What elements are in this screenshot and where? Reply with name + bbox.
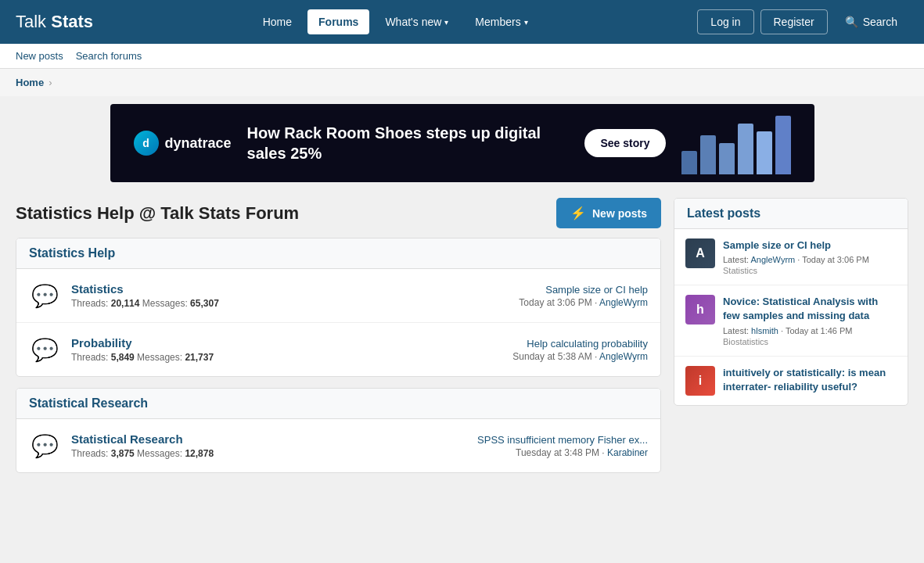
forum-name-statistical-research[interactable]: Statistical Research: [71, 432, 183, 446]
ad-banner[interactable]: d dynatrace How Rack Room Shoes steps up…: [110, 104, 814, 182]
chat-bubble-icon-3: 💬: [31, 433, 59, 459]
site-header: Talk Stats Home Forums What's new ▾ Memb…: [0, 0, 924, 44]
logo-stats: Stats: [51, 12, 93, 31]
page-title: Statistics Help @ Talk Stats Forum: [16, 203, 299, 224]
forum-stats-statistical-research: Threads: 3,875 Messages: 12,878: [71, 448, 466, 459]
forum-icon-statistical-research: 💬: [29, 430, 60, 461]
nav-forums[interactable]: Forums: [307, 9, 369, 34]
forum-icon-statistics: 💬: [29, 280, 60, 311]
forum-section-statistics-help: Statistics Help 💬 Statistics Threads: 20…: [16, 238, 661, 377]
latest-thread-probability[interactable]: Help calculating probability: [527, 338, 648, 350]
dynatrace-logo-icon: d: [134, 131, 159, 156]
whats-new-chevron-icon: ▾: [444, 18, 448, 27]
forum-info-statistics: Statistics Threads: 20,114 Messages: 65,…: [71, 282, 480, 309]
ad-text: How Rack Room Shoes steps up digital sal…: [247, 123, 570, 163]
avatar-3: i: [685, 366, 715, 396]
forum-row-probability: 💬 Probability Threads: 5,849 Messages: 2…: [16, 323, 660, 376]
nav-whats-new[interactable]: What's new ▾: [374, 9, 459, 34]
subnav-search-forums[interactable]: Search forums: [76, 50, 142, 62]
post-thread-link-2[interactable]: Novice: Statistical Analysis with few sa…: [723, 296, 878, 321]
lightning-icon: ⚡: [570, 206, 586, 221]
forum-icon-probability: 💬: [29, 334, 60, 365]
latest-user-statistics[interactable]: AngleWyrm: [599, 297, 648, 308]
post-category-1: Statistics: [723, 266, 869, 275]
logo-talk: Talk: [16, 12, 46, 31]
latest-post-item-1: A Sample size or CI help Latest: AngleWy…: [674, 229, 908, 285]
breadcrumb-separator: ›: [49, 77, 52, 88]
subnav-new-posts[interactable]: New posts: [16, 50, 63, 62]
page-title-row: Statistics Help @ Talk Stats Forum ⚡ New…: [16, 198, 661, 228]
search-button[interactable]: 🔍 Search: [834, 10, 908, 34]
latest-thread-statistical-research[interactable]: SPSS insufficient memory Fisher ex...: [477, 434, 648, 446]
forum-latest-probability: Help calculating probability Sunday at 5…: [491, 337, 648, 362]
post-meta-1: Latest: AngleWyrm · Today at 3:06 PM: [723, 255, 869, 264]
forum-stats-statistics: Threads: 20,114 Messages: 65,307: [71, 298, 480, 309]
right-panel: Latest posts A Sample size or CI help La…: [674, 198, 908, 484]
latest-meta-statistics: Today at 3:06 PM · AngleWyrm: [491, 297, 648, 308]
site-logo: Talk Stats: [16, 12, 93, 32]
section-title-statistics-help: Statistics Help: [29, 246, 115, 260]
forum-row-statistical-research: 💬 Statistical Research Threads: 3,875 Me…: [16, 419, 660, 472]
avatar-1: A: [685, 238, 715, 268]
members-chevron-icon: ▾: [524, 18, 528, 27]
chat-bubble-icon-2: 💬: [31, 337, 59, 363]
search-icon: 🔍: [845, 16, 858, 28]
ad-graphic: [681, 112, 791, 174]
forum-info-probability: Probability Threads: 5,849 Messages: 21,…: [71, 336, 480, 363]
post-user-2[interactable]: hlsmith: [751, 326, 778, 335]
breadcrumb-home[interactable]: Home: [16, 77, 44, 88]
main-content: Statistics Help @ Talk Stats Forum ⚡ New…: [0, 190, 924, 492]
forum-stats-probability: Threads: 5,849 Messages: 21,737: [71, 352, 480, 363]
latest-posts-panel: Latest posts A Sample size or CI help La…: [674, 198, 908, 406]
latest-meta-statistical-research: Tuesday at 3:48 PM · Karabiner: [477, 447, 648, 458]
latest-meta-probability: Sunday at 5:38 AM · AngleWyrm: [491, 351, 648, 362]
forum-name-statistics[interactable]: Statistics: [71, 282, 124, 296]
ad-cta-button[interactable]: See story: [584, 129, 665, 157]
section-header-statistical-research: Statistical Research: [16, 389, 660, 419]
post-meta-2: Latest: hlsmith · Today at 1:46 PM: [723, 326, 897, 335]
ad-headline: How Rack Room Shoes steps up digital sal…: [247, 123, 570, 163]
forum-latest-statistics: Sample size or CI help Today at 3:06 PM …: [491, 283, 648, 308]
post-category-2: Biostatistics: [723, 337, 897, 346]
forum-info-statistical-research: Statistical Research Threads: 3,875 Mess…: [71, 432, 466, 459]
forum-name-probability[interactable]: Probability: [71, 336, 132, 350]
post-thread-link-3[interactable]: intuitively or statistically: is mean in…: [723, 367, 886, 393]
latest-user-statistical-research[interactable]: Karabiner: [607, 447, 648, 458]
ad-logo: d dynatrace: [134, 131, 232, 156]
section-header-statistics-help: Statistics Help: [16, 238, 660, 269]
left-panel: Statistics Help @ Talk Stats Forum ⚡ New…: [16, 198, 661, 484]
latest-posts-header: Latest posts: [674, 199, 908, 229]
post-thread-link-1[interactable]: Sample size or CI help: [723, 239, 831, 251]
nav-home[interactable]: Home: [252, 9, 303, 34]
forum-latest-statistical-research: SPSS insufficient memory Fisher ex... Tu…: [477, 433, 648, 458]
avatar-2: h: [685, 295, 715, 325]
nav-members[interactable]: Members ▾: [464, 9, 538, 34]
main-nav: Home Forums What's new ▾ Members ▾: [252, 9, 539, 34]
post-user-1[interactable]: AngleWyrm: [750, 255, 795, 264]
register-button[interactable]: Register: [760, 9, 828, 34]
post-content-3: intuitively or statistically: is mean in…: [723, 366, 897, 394]
latest-posts-title: Latest posts: [687, 206, 760, 220]
new-posts-button[interactable]: ⚡ New posts: [556, 198, 661, 228]
post-content-2: Novice: Statistical Analysis with few sa…: [723, 295, 897, 346]
forum-section-statistical-research: Statistical Research 💬 Statistical Resea…: [16, 388, 661, 473]
forum-row-statistics: 💬 Statistics Threads: 20,114 Messages: 6…: [16, 269, 660, 323]
header-actions: Log in Register 🔍 Search: [697, 9, 908, 34]
chat-bubble-icon: 💬: [31, 283, 59, 309]
sub-nav: New posts Search forums: [0, 44, 924, 69]
login-button[interactable]: Log in: [697, 9, 753, 34]
breadcrumb: Home ›: [0, 69, 924, 96]
latest-thread-statistics[interactable]: Sample size or CI help: [545, 284, 648, 296]
latest-post-item-3: i intuitively or statistically: is mean …: [674, 357, 908, 405]
section-title-statistical-research: Statistical Research: [29, 396, 148, 410]
latest-user-probability[interactable]: AngleWyrm: [599, 351, 648, 362]
latest-post-item-2: h Novice: Statistical Analysis with few …: [674, 285, 908, 356]
post-content-1: Sample size or CI help Latest: AngleWyrm…: [723, 238, 869, 275]
